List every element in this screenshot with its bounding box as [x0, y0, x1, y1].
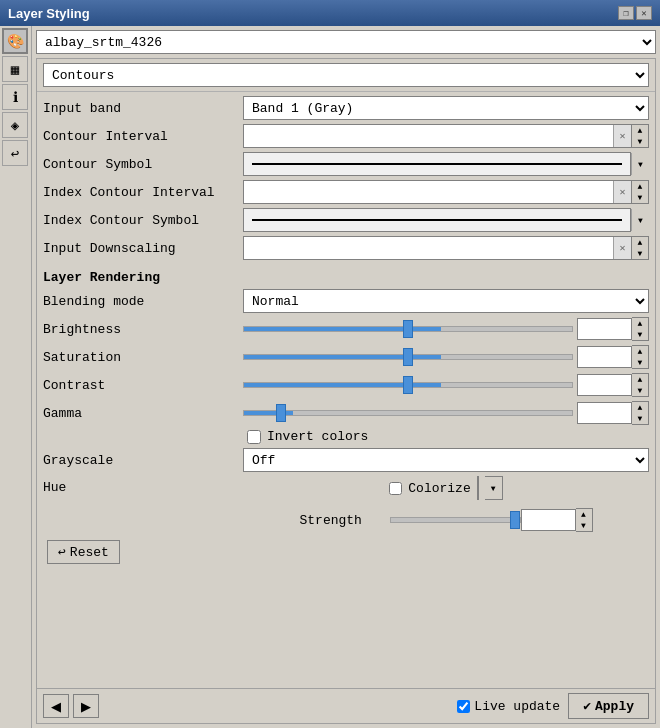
saturation-value-wrap: 0 ▲ ▼ [577, 345, 649, 369]
contrast-spin-up[interactable]: ▲ [632, 374, 648, 385]
index-contour-interval-row: Index Contour Interval 50.00 ✕ ▲ ▼ [43, 180, 649, 204]
strength-spin-up[interactable]: ▲ [576, 509, 592, 520]
hue-row: Hue Colorize ▼ Strength [43, 476, 649, 532]
layer-select[interactable]: albay_srtm_4326 [36, 30, 656, 54]
saturation-slider[interactable] [243, 354, 573, 360]
index-contour-interval-input-wrap: 50.00 ✕ [243, 180, 632, 204]
index-contour-symbol-line [252, 219, 622, 221]
gamma-spin-up[interactable]: ▲ [632, 402, 648, 413]
brightness-slider[interactable] [243, 326, 573, 332]
input-band-select[interactable]: Band 1 (Gray) [243, 96, 649, 120]
reset-icon: ↩ [58, 544, 66, 560]
color-preview[interactable] [477, 476, 479, 500]
brightness-value-input[interactable]: 0 [577, 318, 632, 340]
hue-controls: Colorize ▼ Strength 100% ▲ [243, 476, 649, 532]
contour-interval-row: Contour Interval 50.00 ✕ ▲ ▼ [43, 124, 649, 148]
strength-value-wrap: 100% ▲ ▼ [521, 508, 593, 532]
colorize-checkbox[interactable] [389, 482, 402, 495]
index-contour-interval-label: Index Contour Interval [43, 185, 243, 200]
back-button[interactable]: ◀ [43, 694, 69, 718]
invert-colors-row: Invert colors [243, 429, 649, 444]
reset-row: ↩ Reset [43, 536, 649, 568]
index-contour-symbol-label: Index Contour Symbol [43, 213, 243, 228]
index-contour-symbol-control: ▼ [243, 208, 649, 232]
panel: Contours Input band Band 1 (Gray) Contou… [36, 58, 656, 724]
gamma-spin-down[interactable]: ▼ [632, 413, 648, 424]
content-area: albay_srtm_4326 Contours Input band Band… [32, 26, 660, 728]
contour-interval-spin-down[interactable]: ▼ [632, 136, 648, 147]
index-contour-interval-control: 50.00 ✕ ▲ ▼ [243, 180, 649, 204]
live-update-label: Live update [474, 699, 560, 714]
contrast-control: 0 ▲ ▼ [243, 373, 649, 397]
input-downscaling-clear-btn[interactable]: ✕ [613, 237, 631, 259]
grayscale-label: Grayscale [43, 453, 243, 468]
grayscale-row: Grayscale OffBy lightnessBy luminosity [43, 448, 649, 472]
gamma-control: 1.00 ▲ ▼ [243, 401, 649, 425]
saturation-label: Saturation [43, 350, 243, 365]
input-downscaling-label: Input Downscaling [43, 241, 243, 256]
gamma-label: Gamma [43, 406, 243, 421]
live-update-checkbox[interactable] [457, 700, 470, 713]
forward-button[interactable]: ▶ [73, 694, 99, 718]
saturation-control: 0 ▲ ▼ [243, 345, 649, 369]
invert-colors-label: Invert colors [267, 429, 368, 444]
saturation-value-input[interactable]: 0 [577, 346, 632, 368]
contrast-slider[interactable] [243, 382, 573, 388]
grayscale-select[interactable]: OffBy lightnessBy luminosity [243, 448, 649, 472]
reset-button[interactable]: ↩ Reset [47, 540, 120, 564]
brightness-spin-up[interactable]: ▲ [632, 318, 648, 329]
restore-button[interactable]: ❐ [618, 6, 634, 20]
input-downscaling-spin-down[interactable]: ▼ [632, 248, 648, 259]
sidebar-icon-raster[interactable]: ▦ [2, 56, 28, 82]
input-downscaling-spin-up[interactable]: ▲ [632, 237, 648, 248]
color-dropdown-btn[interactable]: ▼ [485, 476, 503, 500]
saturation-spinners: ▲ ▼ [632, 345, 649, 369]
strength-row: Strength 100% ▲ ▼ [300, 508, 593, 532]
apply-label: Apply [595, 699, 634, 714]
brightness-spin-down[interactable]: ▼ [632, 329, 648, 340]
index-contour-interval-spin-up[interactable]: ▲ [632, 181, 648, 192]
strength-slider[interactable] [390, 517, 521, 523]
sidebar-icon-history[interactable]: ↩ [2, 140, 28, 166]
brightness-spinners: ▲ ▼ [632, 317, 649, 341]
bottom-bar: ◀ ▶ Live update ✔ Apply [37, 688, 655, 723]
apply-button[interactable]: ✔ Apply [568, 693, 649, 719]
input-downscaling-input[interactable]: 5.00 [244, 237, 613, 259]
blending-mode-select[interactable]: NormalMultiplyScreenOverlay [243, 289, 649, 313]
saturation-spin-up[interactable]: ▲ [632, 346, 648, 357]
index-contour-interval-input[interactable]: 50.00 [244, 181, 613, 203]
index-contour-interval-spin-down[interactable]: ▼ [632, 192, 648, 203]
contour-interval-input[interactable]: 50.00 [244, 125, 613, 147]
strength-spin-down[interactable]: ▼ [576, 520, 592, 531]
grayscale-control: OffBy lightnessBy luminosity [243, 448, 649, 472]
index-contour-symbol-dropdown[interactable]: ▼ [631, 209, 649, 231]
contour-symbol-dropdown[interactable]: ▼ [631, 153, 649, 175]
contrast-label: Contrast [43, 378, 243, 393]
saturation-spin-down[interactable]: ▼ [632, 357, 648, 368]
gamma-slider[interactable] [243, 410, 573, 416]
renderer-select[interactable]: Contours [43, 63, 649, 87]
close-button[interactable]: ✕ [636, 6, 652, 20]
contrast-row: Contrast 0 ▲ ▼ [43, 373, 649, 397]
forward-icon: ▶ [81, 699, 91, 714]
strength-label-text: Strength [300, 513, 390, 528]
invert-colors-checkbox[interactable] [247, 430, 261, 444]
strength-value-input[interactable]: 100% [521, 509, 576, 531]
input-downscaling-control: 5.00 ✕ ▲ ▼ [243, 236, 649, 260]
blending-mode-row: Blending mode NormalMultiplyScreenOverla… [43, 289, 649, 313]
contour-symbol-row: Contour Symbol ▼ [43, 152, 649, 176]
contrast-spin-down[interactable]: ▼ [632, 385, 648, 396]
contrast-value-input[interactable]: 0 [577, 374, 632, 396]
sidebar-icon-transparency[interactable]: ◈ [2, 112, 28, 138]
index-contour-interval-clear-btn[interactable]: ✕ [613, 181, 631, 203]
input-band-control: Band 1 (Gray) [243, 96, 649, 120]
contour-interval-spinners: ▲ ▼ [632, 124, 649, 148]
gamma-value-input[interactable]: 1.00 [577, 402, 632, 424]
sidebar: 🎨 ▦ ℹ ◈ ↩ [0, 26, 32, 728]
sidebar-icon-info[interactable]: ℹ [2, 84, 28, 110]
contrast-spinners: ▲ ▼ [632, 373, 649, 397]
contour-interval-clear-btn[interactable]: ✕ [613, 125, 631, 147]
contour-interval-spin-up[interactable]: ▲ [632, 125, 648, 136]
sidebar-icon-paint[interactable]: 🎨 [2, 28, 28, 54]
back-icon: ◀ [51, 699, 61, 714]
